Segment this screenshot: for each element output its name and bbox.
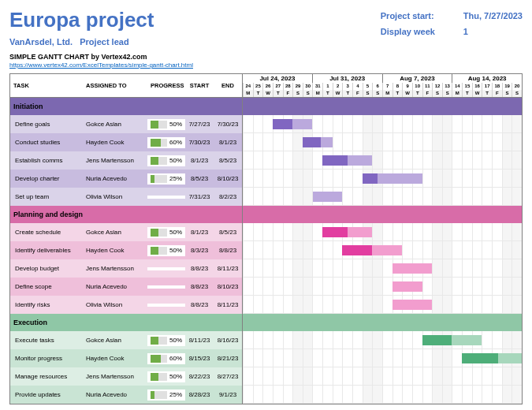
display-week-label: Display week <box>381 27 456 36</box>
timeline-row <box>243 296 522 314</box>
gantt-container: TASK ASSIGNED TO PROGRESS START END Init… <box>9 73 523 404</box>
day-of-week: M <box>312 90 322 97</box>
display-week-value[interactable]: 1 <box>463 27 468 36</box>
task-row[interactable]: Conduct studiesHayden Cook60%7/30/238/1/… <box>10 133 242 151</box>
task-assigned: Nuria Acevedo <box>83 173 147 184</box>
task-progress: 50% <box>147 227 185 238</box>
gantt-bar[interactable] <box>313 192 343 202</box>
day-of-week: S <box>303 90 313 97</box>
task-progress <box>147 285 185 289</box>
task-end: 8/16/23 <box>214 335 242 345</box>
task-row[interactable]: Develop budgetJens Martensson8/8/238/11/… <box>10 259 242 278</box>
task-name: Set up team <box>10 192 83 202</box>
day-of-week: M <box>382 90 392 97</box>
task-progress: 50% <box>147 371 185 382</box>
task-row[interactable]: Identify risksOlivia Wilson8/8/238/11/23 <box>10 296 242 314</box>
task-row[interactable]: Create scheduleGokce Aslan50%8/1/238/5/2… <box>10 223 242 241</box>
gantt-bar[interactable] <box>342 245 402 255</box>
day-of-week: T <box>412 90 422 97</box>
task-row[interactable]: Execute tasksGokce Aslan50%8/11/238/16/2… <box>10 331 242 349</box>
day-num: 2 <box>333 83 343 90</box>
week-label: Jul 31, 2023 <box>312 74 382 83</box>
task-row[interactable]: Manage resourcesJens Martensson50%8/22/2… <box>10 367 242 386</box>
col-assigned: ASSIGNED TO <box>83 80 147 91</box>
task-progress <box>147 304 185 307</box>
day-of-week: S <box>512 90 522 97</box>
day-of-week: W <box>333 90 343 97</box>
task-start: 8/5/23 <box>185 173 214 184</box>
task-name: Create schedule <box>10 227 83 237</box>
task-end: 7/30/23 <box>214 119 242 129</box>
task-name: Manage resources <box>10 371 83 382</box>
day-of-week: W <box>402 90 412 97</box>
task-progress: 25% <box>147 173 185 184</box>
task-row[interactable]: Define goalsGokce Aslan50%7/27/237/30/23 <box>10 115 242 133</box>
project-subtitle: VanArsdel, Ltd. Project lead <box>9 37 193 47</box>
timeline-row <box>243 349 522 367</box>
week-label: Jul 24, 2023 <box>243 74 312 83</box>
gantt-bar[interactable] <box>462 353 522 363</box>
day-num: 9 <box>402 83 412 90</box>
gantt-bar[interactable] <box>322 155 372 166</box>
task-name: Conduct studies <box>10 137 83 147</box>
gantt-bar[interactable] <box>392 263 433 274</box>
task-row[interactable]: Define scopeNuria Acevedo8/8/238/10/23 <box>10 278 242 296</box>
gantt-bar[interactable] <box>392 300 433 310</box>
day-of-week: T <box>342 90 352 97</box>
day-num: 26 <box>262 83 273 90</box>
task-name: Monitor progress <box>10 353 83 363</box>
section-header-timeline <box>243 314 522 331</box>
task-name: Develop charter <box>10 173 83 184</box>
timeline-row <box>243 133 522 151</box>
day-num: 30 <box>303 83 313 90</box>
task-assigned: Gokce Aslan <box>83 227 147 237</box>
task-progress: 50% <box>147 335 185 346</box>
day-num: 16 <box>472 83 482 90</box>
task-start: 8/1/23 <box>185 227 214 237</box>
task-name: Identify risks <box>10 300 83 310</box>
gantt-bar[interactable] <box>303 137 333 147</box>
day-of-week: F <box>422 90 433 97</box>
task-row[interactable]: Set up teamOlivia Wilson7/31/238/2/23 <box>10 188 242 206</box>
project-meta: Project start: Thu, 7/27/2023 Display we… <box>381 8 523 43</box>
day-num: 4 <box>352 83 363 90</box>
task-start: 8/8/23 <box>185 281 214 292</box>
day-num: 27 <box>273 83 283 90</box>
gantt-bar[interactable] <box>363 173 422 184</box>
day-num: 17 <box>482 83 492 90</box>
task-row[interactable]: Establish commsJens Martensson50%8/1/238… <box>10 151 242 170</box>
gantt-bar[interactable] <box>422 335 482 345</box>
day-num: 15 <box>462 83 472 90</box>
day-of-week: T <box>482 90 492 97</box>
day-num: 29 <box>292 83 303 90</box>
day-of-week: F <box>283 90 293 97</box>
task-start: 7/27/23 <box>185 119 214 129</box>
week-label: Aug 7, 2023 <box>382 74 452 83</box>
task-row[interactable]: Develop charterNuria Acevedo25%8/5/238/1… <box>10 170 242 188</box>
day-num: 28 <box>283 83 293 90</box>
task-end: 8/11/23 <box>214 263 242 274</box>
col-start: START <box>185 80 214 91</box>
task-row[interactable]: Identify deliverablesHayden Cook50%8/3/2… <box>10 241 242 259</box>
day-of-week: W <box>472 90 482 97</box>
day-num: 14 <box>452 83 462 90</box>
credit-link[interactable]: https://www.vertex42.com/ExcelTemplates/… <box>9 62 193 69</box>
day-num: 19 <box>502 83 512 90</box>
task-table: TASK ASSIGNED TO PROGRESS START END Init… <box>9 73 243 404</box>
project-start-value: Thu, 7/27/2023 <box>463 11 523 20</box>
gantt-bar[interactable] <box>322 227 372 237</box>
task-end: 8/8/23 <box>214 245 242 255</box>
section-header: Execution <box>10 314 242 331</box>
task-end: 8/1/23 <box>214 137 242 147</box>
task-start: 8/28/23 <box>185 390 214 400</box>
day-num: 12 <box>432 83 442 90</box>
day-of-week: F <box>352 90 363 97</box>
gantt-bar[interactable] <box>273 119 313 129</box>
task-row[interactable]: Monitor progressHayden Cook60%8/15/238/2… <box>10 349 242 367</box>
timeline-row <box>243 241 522 259</box>
task-row[interactable]: Provide updatesNuria Acevedo25%8/28/239/… <box>10 386 242 404</box>
gantt-bar[interactable] <box>392 281 422 292</box>
task-name: Develop budget <box>10 263 83 274</box>
day-of-week: S <box>442 90 452 97</box>
timeline-row <box>243 188 522 206</box>
